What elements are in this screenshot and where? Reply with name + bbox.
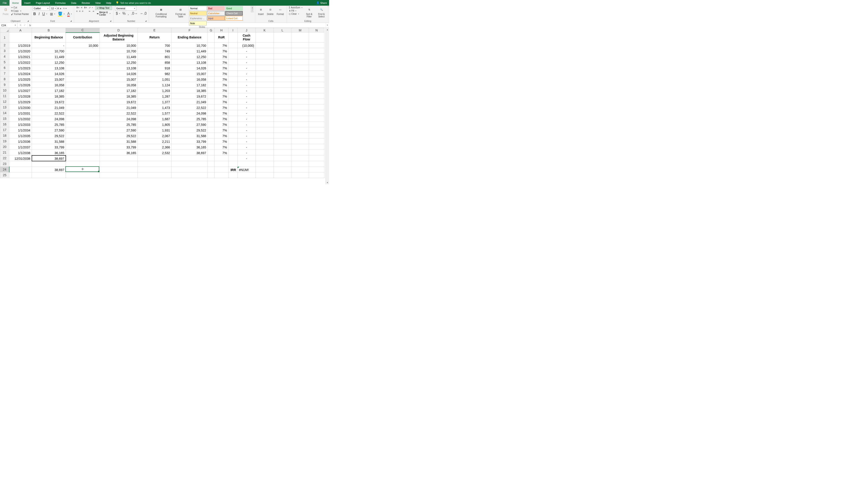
row-header-19[interactable]: 19 [0,138,9,144]
cell-L2[interactable] [274,42,291,48]
cell-M5[interactable] [291,59,309,65]
cell-I24[interactable]: IRR [228,167,238,172]
row-header-10[interactable]: 10 [0,88,9,93]
cell-J14[interactable]: - [238,110,256,116]
row-header-8[interactable]: 8 [0,76,9,82]
cell-G3[interactable] [208,48,215,54]
cell-N4[interactable] [309,54,324,59]
cell-C23[interactable] [66,161,100,167]
cell-F8[interactable]: 16,058 [172,76,208,82]
cell-N21[interactable] [309,150,324,156]
cell-B1[interactable]: Beginning Balance [32,33,66,42]
row-header-11[interactable]: 11 [0,93,9,99]
cell-L7[interactable] [274,71,291,76]
cell-M16[interactable] [291,122,309,127]
cell-J4[interactable]: - [238,54,256,59]
cell-E18[interactable]: 2,067 [138,133,172,138]
row-header-20[interactable]: 20 [0,144,9,150]
cell-H4[interactable]: 7% [215,54,228,59]
cell-F16[interactable]: 27,590 [172,122,208,127]
cell-M14[interactable] [291,110,309,116]
cell-L15[interactable] [274,116,291,122]
cell-E13[interactable]: 1,473 [138,105,172,110]
style-normal[interactable]: Normal [189,6,207,11]
decrease-indent-button[interactable]: ⇤ [88,10,91,13]
cell-M13[interactable] [291,105,309,110]
cell-A6[interactable]: 1/1/2023 [9,65,32,71]
share-button[interactable]: 👤 Share [314,0,329,6]
cell-F17[interactable]: 29,522 [172,127,208,133]
cell-F1[interactable]: Ending Balance [172,33,208,42]
cell-B22[interactable]: 38,697 [32,156,66,161]
cell-M6[interactable] [291,65,309,71]
cell-J9[interactable]: - [238,82,256,88]
cell-L3[interactable] [274,48,291,54]
cell-F9[interactable]: 17,182 [172,82,208,88]
style-linked-cell[interactable]: Linked Cell [225,16,243,21]
cell-B9[interactable]: 16,058 [32,82,66,88]
cell-D17[interactable]: 27,590 [100,127,138,133]
cell-D2[interactable]: 10,000 [100,42,138,48]
cell-C25[interactable] [66,172,100,178]
cell-G9[interactable] [208,82,215,88]
cell-F6[interactable]: 14,026 [172,65,208,71]
copy-button[interactable]: ⧉Copy▼ [10,9,30,12]
tab-page-layout[interactable]: Page Layout [33,0,53,6]
cell-G12[interactable] [208,99,215,105]
cell-M12[interactable] [291,99,309,105]
row-header-6[interactable]: 6 [0,65,9,71]
cell-D3[interactable]: 10,700 [100,48,138,54]
cell-M9[interactable] [291,82,309,88]
cell-M20[interactable] [291,144,309,150]
cell-L6[interactable] [274,65,291,71]
style-calculation[interactable]: Calculation [207,11,225,15]
cell-A25[interactable] [9,172,32,178]
more-icon[interactable]: ▾ [251,10,253,12]
cell-F22[interactable] [172,156,208,161]
cell-E6[interactable]: 918 [138,65,172,71]
cell-C10[interactable] [66,88,100,93]
cell-N12[interactable] [309,99,324,105]
cell-E3[interactable]: 749 [138,48,172,54]
style-good[interactable]: Good [225,6,243,11]
cell-K22[interactable] [256,156,274,161]
cell-L9[interactable] [274,82,291,88]
cell-H8[interactable]: 7% [215,76,228,82]
cell-M3[interactable] [291,48,309,54]
tab-file[interactable]: File [0,0,9,6]
cell-I14[interactable] [228,110,238,116]
cell-N15[interactable] [309,116,324,122]
cell-J3[interactable]: - [238,48,256,54]
cell-K9[interactable] [256,82,274,88]
row-header-17[interactable]: 17 [0,127,9,133]
cell-F19[interactable]: 33,799 [172,138,208,144]
cell-E1[interactable]: Return [138,33,172,42]
cell-I19[interactable] [228,138,238,144]
cell-F7[interactable]: 15,007 [172,71,208,76]
cell-E4[interactable]: 801 [138,54,172,59]
cell-H13[interactable]: 7% [215,105,228,110]
cell-C21[interactable] [66,150,100,156]
cell-E2[interactable]: 700 [138,42,172,48]
cell-F21[interactable]: 38,697 [172,150,208,156]
cell-G8[interactable] [208,76,215,82]
cell-A19[interactable]: 1/1/2036 [9,138,32,144]
cell-K23[interactable] [256,161,274,167]
cell-G10[interactable] [208,88,215,93]
cell-I8[interactable] [228,76,238,82]
cell-G6[interactable] [208,65,215,71]
cell-A9[interactable]: 1/1/2026 [9,82,32,88]
cell-B12[interactable]: 19,672 [32,99,66,105]
cell-C20[interactable] [66,144,100,150]
cell-D24[interactable] [100,167,138,172]
cell-E20[interactable]: 2,366 [138,144,172,150]
cell-H5[interactable]: 7% [215,59,228,65]
cell-F24[interactable] [172,167,208,172]
font-color-button[interactable]: A▾ [67,11,73,17]
border-button[interactable]: ⊞▾ [49,12,56,17]
cell-N23[interactable] [309,161,324,167]
cell-A22[interactable]: 12/31/2038 [9,156,32,161]
underline-button[interactable]: U▾ [41,12,48,16]
cell-G18[interactable] [208,133,215,138]
row-header-15[interactable]: 15 [0,116,9,122]
